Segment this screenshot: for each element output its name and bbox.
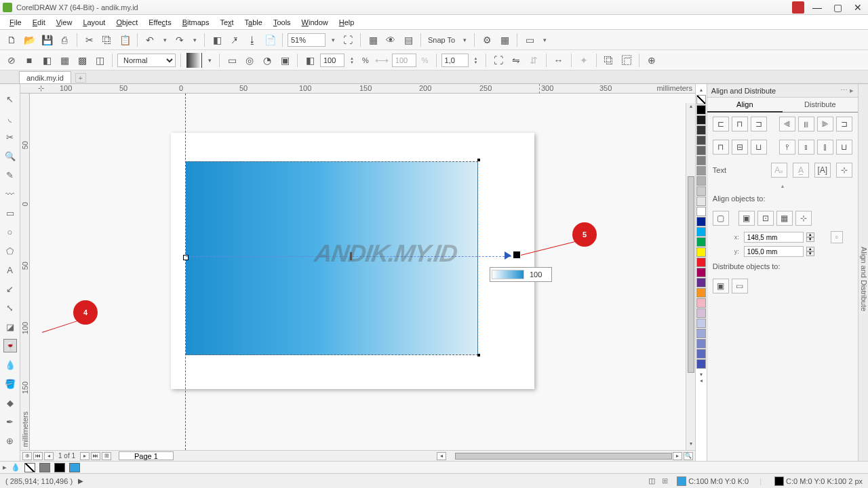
palette-flyout[interactable]: ◂ (700, 378, 703, 384)
color-swatch[interactable] (696, 298, 706, 308)
distribute-bottom-button[interactable]: ⊔ (836, 140, 852, 155)
zoom-level-input[interactable] (288, 33, 326, 47)
distribute-center-v-button[interactable]: ⫾ (798, 140, 814, 155)
selection-handle[interactable] (477, 354, 480, 357)
color-swatch[interactable] (696, 136, 706, 145)
rectangular-fountain-button[interactable]: ▣ (277, 53, 292, 68)
zoom-navigator-button[interactable]: 🔍 (684, 452, 693, 460)
mirror-h-button[interactable]: ⇋ (509, 53, 524, 68)
transparency-fountain-button[interactable]: ◧ (39, 53, 54, 68)
align-tab[interactable]: Align (707, 98, 783, 113)
align-bottom-button[interactable]: ⊔ (751, 140, 767, 155)
smooth-button[interactable]: ✦ (576, 53, 591, 68)
align-right-button[interactable]: ⊐ (751, 117, 767, 131)
distribute-to-page-button[interactable]: ▭ (732, 279, 748, 293)
close-button[interactable]: ✕ (850, 1, 865, 14)
outline-color-chip[interactable] (774, 476, 784, 486)
outline-pen-tool[interactable]: ✒ (3, 415, 17, 428)
freehand-tool[interactable]: ✎ (3, 168, 17, 182)
polygon-tool[interactable]: ⬠ (3, 244, 17, 258)
node-opacity-input[interactable] (320, 54, 344, 67)
align-to-page-center-button[interactable]: ⊡ (757, 211, 774, 226)
shape-tool[interactable]: ◟ (3, 111, 17, 125)
hscroll-left-button[interactable]: ◂ (437, 452, 446, 460)
align-left-button[interactable]: ⊏ (713, 117, 729, 131)
vertical-ruler[interactable]: 50 0 50 100 150 millimeters (20, 94, 30, 450)
snap-to-label[interactable]: Snap To (428, 36, 455, 44)
align-top-button[interactable]: ⊓ (713, 140, 729, 155)
vertical-scrollbar[interactable]: ▴▾ (686, 103, 695, 450)
interactive-fill-tool[interactable]: 🪣 (3, 377, 17, 390)
redo-button[interactable]: ↷ (172, 33, 187, 47)
menu-effects[interactable]: Effects (143, 17, 176, 28)
color-swatch[interactable] (696, 319, 706, 328)
no-fill-swatch[interactable] (24, 463, 35, 472)
align-to-grid-button[interactable]: ▦ (776, 211, 793, 226)
color-swatch[interactable] (696, 247, 706, 257)
linear-fountain-button[interactable]: ▭ (224, 53, 239, 68)
horizontal-scrollbar[interactable] (455, 453, 672, 460)
paste-button[interactable]: 📋 (117, 33, 132, 47)
eyedropper-icon[interactable]: 💧 (11, 463, 20, 472)
options-button[interactable]: ⚙ (479, 33, 494, 47)
add-tool-button[interactable]: ⊕ (3, 434, 17, 447)
menu-table[interactable]: Table (239, 17, 268, 28)
menu-window[interactable]: Window (296, 17, 334, 28)
maximize-button[interactable]: ▢ (830, 1, 845, 14)
no-color-swatch[interactable] (696, 95, 706, 104)
node-position-input[interactable] (392, 54, 416, 67)
play-icon[interactable]: ▶ (78, 477, 83, 485)
align-center-v-button[interactable]: ⊟ (732, 140, 748, 155)
show-grid-button[interactable]: 👁 (383, 33, 398, 47)
color-swatch[interactable] (696, 166, 706, 176)
prev-page-button[interactable]: ◂ (44, 452, 54, 460)
ellipse-tool[interactable]: ○ (3, 225, 17, 239)
color-swatch[interactable] (696, 258, 706, 267)
page-tab[interactable]: Page 1 (119, 451, 174, 460)
align-to-point-button[interactable]: ⊹ (795, 211, 812, 226)
color-swatch[interactable] (696, 197, 706, 206)
color-swatch[interactable] (696, 105, 706, 115)
collapse-icon[interactable]: ▴ (707, 182, 858, 190)
show-rulers-button[interactable]: ▦ (366, 33, 380, 47)
menu-view[interactable]: View (51, 17, 78, 28)
copy-transparency-button[interactable]: ⿸ (619, 53, 634, 68)
color-swatch[interactable] (696, 268, 706, 277)
fill-picker-button[interactable] (186, 53, 202, 68)
palette-scroll-down[interactable]: ▾ (700, 371, 703, 378)
menu-file[interactable]: File (4, 17, 27, 28)
color-swatch[interactable] (696, 156, 706, 165)
menu-layout[interactable]: Layout (77, 17, 111, 28)
search-content-button[interactable]: ◧ (210, 33, 224, 47)
cut-button[interactable]: ✂ (82, 33, 97, 47)
apply-all-button[interactable]: ⿻ (601, 53, 616, 68)
align-to-active-button[interactable]: ▢ (713, 211, 729, 226)
menu-bitmaps[interactable]: Bitmaps (177, 17, 215, 28)
last-page-button[interactable]: ⏭ (91, 452, 100, 460)
color-eyedropper-tool[interactable]: 💧 (3, 358, 17, 371)
merge-mode-select[interactable]: Normal (117, 54, 176, 67)
fill-color-chip[interactable] (677, 476, 686, 486)
color-swatch[interactable] (696, 207, 706, 216)
color-swatch[interactable] (696, 237, 706, 247)
document-tab[interactable]: andik.my.id (19, 71, 71, 83)
hscroll-right-button[interactable]: ▸ (673, 452, 682, 460)
show-guides-button[interactable]: ▤ (401, 33, 416, 47)
fullscreen-button[interactable]: ⛶ (340, 33, 355, 47)
outline-align-button[interactable]: ⊹ (836, 163, 852, 178)
text-baseline-button[interactable]: Aₐ (771, 163, 787, 178)
color-swatch[interactable] (696, 308, 706, 318)
first-page-button[interactable]: ⏮ (33, 452, 43, 460)
transparency-pattern-button[interactable]: ▦ (57, 53, 72, 68)
color-swatch[interactable] (696, 288, 706, 298)
color-swatch[interactable] (696, 349, 706, 359)
align-x-input[interactable] (744, 232, 804, 243)
menu-tools[interactable]: Tools (268, 17, 296, 28)
publish-pdf-button[interactable]: 📄 (262, 33, 277, 47)
parallel-dimension-tool[interactable]: ↙ (3, 282, 17, 296)
doc-swatch[interactable] (39, 463, 50, 472)
snap-to-dropdown[interactable]: ▾ (460, 37, 469, 43)
redo-dropdown[interactable]: ▾ (190, 37, 199, 43)
copy-button[interactable]: ⿻ (100, 33, 115, 47)
text-first-line-button[interactable]: A̲ (793, 163, 809, 178)
